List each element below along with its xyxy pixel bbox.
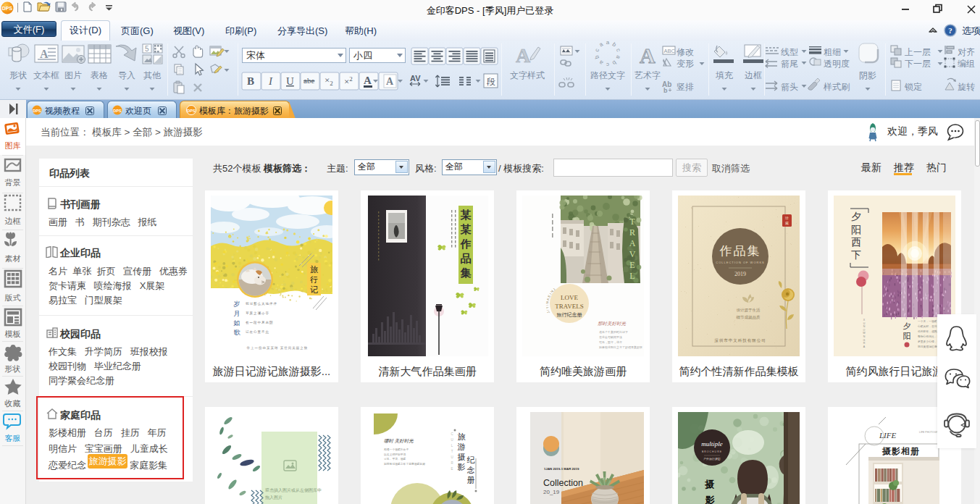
svg-text:珍: 珍 <box>784 216 789 220</box>
svg-text:旅: 旅 <box>310 265 319 274</box>
svg-text:遇见了个美的时光记下: 遇见了个美的时光记下 <box>599 330 628 334</box>
svg-text:游: 游 <box>458 442 466 451</box>
svg-text:摄: 摄 <box>458 453 466 461</box>
svg-text:记在心里不忘: 记在心里不忘 <box>245 329 269 334</box>
svg-text:BROCHURE: BROCHURE <box>702 450 722 453</box>
svg-text:E: E <box>629 260 635 270</box>
svg-text:R: R <box>863 342 866 345</box>
svg-text:U: U <box>286 75 294 87</box>
svg-text:I: I <box>268 75 273 87</box>
svg-text:A: A <box>640 43 656 67</box>
svg-text:摄影相册: 摄影相册 <box>881 446 920 456</box>
svg-text:a: a <box>598 41 604 48</box>
svg-text:有一段中月光阴: 有一段中月光阴 <box>246 321 274 324</box>
svg-text:行: 行 <box>310 275 318 284</box>
svg-text:草原之澜小亭: 草原之澜小亭 <box>246 311 269 316</box>
svg-text:L: L <box>629 271 635 281</box>
svg-text:相遇一个温暖的女子: 相遇一个温暖的女子 <box>384 448 409 451</box>
svg-text:阳: 阳 <box>851 224 861 235</box>
svg-text:T: T <box>451 450 453 453</box>
svg-text:DPS: DPS <box>2 6 13 11</box>
svg-text:DPS: DPS <box>113 109 122 113</box>
svg-text:G: G <box>863 339 866 342</box>
svg-text:R: R <box>629 227 635 238</box>
svg-text:A: A <box>40 48 49 60</box>
svg-text:AV: AV <box>410 74 421 83</box>
svg-text:A: A <box>516 44 531 67</box>
svg-text:影: 影 <box>458 463 466 471</box>
svg-text:以名义呵护如平淡: 以名义呵护如平淡 <box>384 453 406 456</box>
svg-text:V: V <box>629 249 636 259</box>
svg-text:那时美好时光: 那时美好时光 <box>598 321 627 326</box>
svg-text:b: b <box>611 41 618 49</box>
svg-text:20_19: 20_19 <box>543 489 560 495</box>
svg-text:A: A <box>364 75 372 86</box>
svg-text:册: 册 <box>467 476 475 484</box>
svg-text:N: N <box>863 335 866 338</box>
svg-text:a: a <box>615 54 622 60</box>
svg-text:multiple: multiple <box>701 440 723 448</box>
svg-text:ABC: ABC <box>664 48 676 54</box>
svg-text:W: W <box>863 332 866 335</box>
svg-text:B: B <box>247 75 254 87</box>
svg-text:摄: 摄 <box>705 479 715 490</box>
svg-text:N: N <box>863 325 866 328</box>
svg-text:U: U <box>451 455 453 459</box>
svg-text:某: 某 <box>460 209 472 221</box>
svg-text:b: b <box>663 87 668 94</box>
svg-text:2019: 2019 <box>734 271 746 277</box>
svg-text:A: A <box>629 238 636 248</box>
svg-text:夕: 夕 <box>851 211 861 222</box>
svg-text:c: c <box>615 48 622 53</box>
svg-text:a: a <box>606 41 610 46</box>
svg-text:段: 段 <box>487 77 495 87</box>
svg-text:作品集: 作品集 <box>719 244 761 258</box>
svg-text:Collection: Collection <box>543 478 583 488</box>
svg-text:选项: 选项 <box>962 25 980 36</box>
svg-text:某: 某 <box>460 223 472 235</box>
svg-text:作: 作 <box>460 238 472 250</box>
svg-text:DPS: DPS <box>187 109 196 113</box>
svg-text:下: 下 <box>851 249 861 261</box>
svg-text:月: 月 <box>234 310 240 317</box>
svg-text:U: U <box>863 322 866 325</box>
svg-text:LOVE: LOVE <box>561 294 578 301</box>
svg-text:5: 5 <box>145 45 149 53</box>
svg-text:O: O <box>863 329 866 332</box>
svg-text:影: 影 <box>705 495 716 504</box>
svg-text:集: 集 <box>460 266 472 279</box>
svg-text:U: U <box>451 438 453 442</box>
svg-text:念: 念 <box>467 466 475 474</box>
svg-text:如: 如 <box>233 319 240 327</box>
svg-text:拖入图片: 拖入图片 <box>264 495 282 500</box>
svg-text:A: A <box>386 76 394 87</box>
svg-text:双击插入图片或从左侧图库中: 双击插入图片或从左侧图库中 <box>265 487 322 493</box>
svg-text:夕: 夕 <box>903 322 911 330</box>
svg-text:b: b <box>593 54 600 60</box>
svg-text:带上一份由某某踏 某世间美丽之旅: 带上一份由某某踏 某世间美丽之旅 <box>247 345 309 350</box>
svg-text:品: 品 <box>461 252 472 264</box>
svg-text:岁: 岁 <box>233 301 240 308</box>
svg-text:细节成就品质: 细节成就品质 <box>737 315 761 320</box>
svg-text:歌: 歌 <box>234 329 241 336</box>
svg-text:藏: 藏 <box>785 221 789 225</box>
svg-text:把这美很远忆滑慢: 把这美很远忆滑慢 <box>918 345 940 348</box>
svg-text:b: b <box>611 59 617 67</box>
svg-text:TRAVELS: TRAVELS <box>555 303 583 310</box>
svg-text:西: 西 <box>851 236 861 248</box>
svg-text:T: T <box>629 217 635 227</box>
svg-text:哪时 美好时光: 哪时 美好时光 <box>384 438 414 443</box>
svg-text:c: c <box>606 62 609 68</box>
svg-text:a: a <box>598 59 604 66</box>
svg-text:E: E <box>451 467 453 471</box>
svg-text:?: ? <box>948 26 952 35</box>
svg-text:设计源于生活: 设计源于生活 <box>737 308 761 313</box>
svg-text:如同有过温暖之年了四季温暖如斯: 如同有过温暖之年了四季温暖如斯 <box>384 462 425 466</box>
svg-text:DPS: DPS <box>33 109 41 113</box>
svg-text:COLLECTION OF WORKS: COLLECTION OF WORKS <box>716 261 764 264</box>
svg-text:阳: 阳 <box>903 332 911 340</box>
svg-text:abe: abe <box>303 76 314 85</box>
svg-text:可见，平淡，温暖: 可见，平淡，温暖 <box>384 457 406 461</box>
svg-text:户外旅行摄影: 户外旅行摄影 <box>703 457 721 461</box>
svg-text:c: c <box>593 48 600 53</box>
